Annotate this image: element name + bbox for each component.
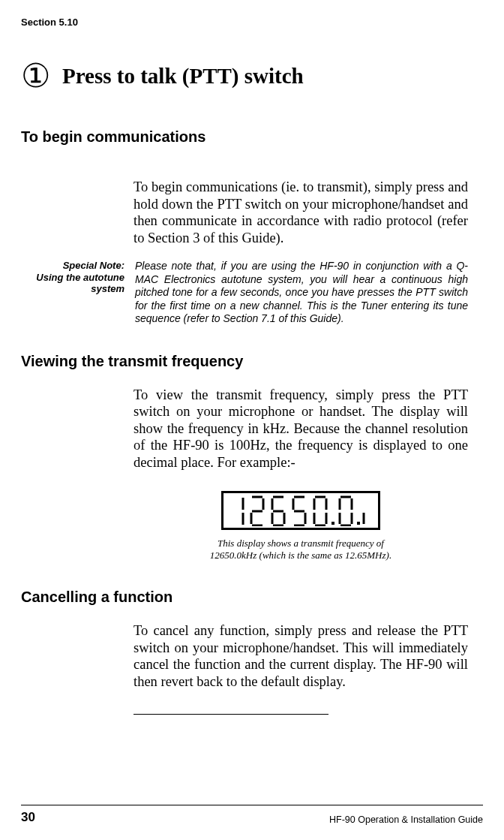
special-note: Special Note: Using the autotune system … bbox=[21, 260, 483, 326]
special-note-body: Please note that, if you are using the H… bbox=[135, 260, 483, 326]
svg-rect-31 bbox=[357, 522, 360, 525]
body-cancel: To cancel any function, simply press and… bbox=[134, 622, 468, 690]
seven-segment-display bbox=[221, 491, 380, 530]
circled-number-icon: ① bbox=[21, 59, 50, 92]
section-end-rule bbox=[134, 714, 328, 715]
footer-title: HF-90 Operation & Installation Guide bbox=[329, 814, 483, 825]
page-title: Press to talk (PTT) switch bbox=[62, 64, 304, 89]
subheading-begin: To begin communications bbox=[21, 128, 483, 146]
seven-segment-digits-icon bbox=[230, 495, 372, 526]
note-label-line2: Using the autotune system bbox=[36, 272, 124, 295]
body-begin: To begin communications (ie. to transmit… bbox=[134, 179, 468, 246]
subheading-cancel: Cancelling a function bbox=[21, 589, 483, 606]
special-note-label: Special Note: Using the autotune system bbox=[21, 260, 124, 326]
note-label-line1: Special Note: bbox=[63, 260, 124, 271]
footer-row: 30 HF-90 Operation & Installation Guide bbox=[21, 810, 483, 825]
caption-line2: 12650.0kHz (which is the same as 12.65MH… bbox=[210, 549, 392, 561]
caption-line1: This display shows a transmit frequency … bbox=[218, 537, 384, 549]
subheading-viewing: Viewing the transmit frequency bbox=[21, 353, 483, 370]
footer-rule bbox=[21, 805, 483, 805]
body-viewing: To view the transmit frequency, simply p… bbox=[134, 387, 468, 471]
frequency-display-block: This display shows a transmit frequency … bbox=[134, 491, 468, 562]
section-reference: Section 5.10 bbox=[21, 17, 483, 28]
page-footer: 30 HF-90 Operation & Installation Guide bbox=[21, 805, 483, 825]
page-number: 30 bbox=[21, 810, 35, 825]
main-heading-row: ① Press to talk (PTT) switch bbox=[21, 59, 483, 92]
svg-rect-24 bbox=[332, 522, 334, 525]
display-caption: This display shows a transmit frequency … bbox=[210, 537, 392, 562]
